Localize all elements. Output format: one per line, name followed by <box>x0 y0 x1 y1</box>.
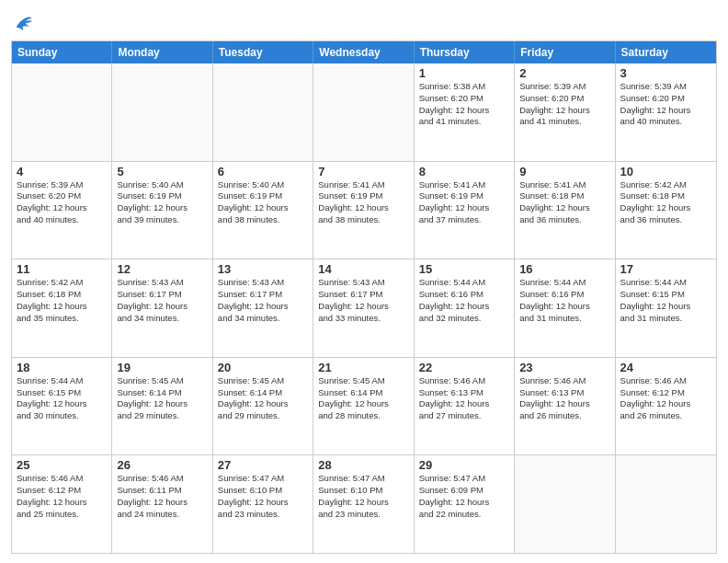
day-number: 9 <box>519 165 609 178</box>
calendar: SundayMondayTuesdayWednesdayThursdayFrid… <box>11 40 717 554</box>
calendar-cell <box>12 63 112 161</box>
calendar-cell: 18Sunrise: 5:44 AM Sunset: 6:15 PM Dayli… <box>12 358 112 455</box>
calendar-cell <box>213 63 313 161</box>
calendar-header-day: Friday <box>515 41 615 63</box>
calendar-cell: 16Sunrise: 5:44 AM Sunset: 6:16 PM Dayli… <box>515 259 615 357</box>
day-number: 24 <box>620 361 711 374</box>
day-number: 8 <box>419 165 509 178</box>
calendar-cell: 5Sunrise: 5:40 AM Sunset: 6:19 PM Daylig… <box>112 162 212 259</box>
calendar-cell: 14Sunrise: 5:43 AM Sunset: 6:17 PM Dayli… <box>313 259 414 357</box>
day-info: Sunrise: 5:46 AM Sunset: 6:11 PM Dayligh… <box>117 473 207 520</box>
calendar-header-day: Tuesday <box>213 41 313 63</box>
calendar-week-row: 4Sunrise: 5:39 AM Sunset: 6:20 PM Daylig… <box>12 162 716 260</box>
calendar-cell: 4Sunrise: 5:39 AM Sunset: 6:20 PM Daylig… <box>12 162 112 259</box>
calendar-body: 1Sunrise: 5:38 AM Sunset: 6:20 PM Daylig… <box>12 63 716 553</box>
day-number: 29 <box>419 458 509 472</box>
day-number: 21 <box>318 361 408 374</box>
calendar-cell: 25Sunrise: 5:46 AM Sunset: 6:12 PM Dayli… <box>12 455 112 553</box>
logo-bird-icon <box>13 13 33 33</box>
day-info: Sunrise: 5:44 AM Sunset: 6:15 PM Dayligh… <box>620 277 711 324</box>
day-info: Sunrise: 5:40 AM Sunset: 6:19 PM Dayligh… <box>218 179 308 226</box>
day-number: 11 <box>17 262 107 276</box>
calendar-cell: 3Sunrise: 5:39 AM Sunset: 6:20 PM Daylig… <box>616 63 716 161</box>
day-info: Sunrise: 5:43 AM Sunset: 6:17 PM Dayligh… <box>318 277 408 324</box>
calendar-cell: 27Sunrise: 5:47 AM Sunset: 6:10 PM Dayli… <box>213 455 313 553</box>
calendar-cell <box>112 63 212 161</box>
calendar-cell: 22Sunrise: 5:46 AM Sunset: 6:13 PM Dayli… <box>415 358 515 455</box>
calendar-cell <box>313 63 414 161</box>
day-info: Sunrise: 5:39 AM Sunset: 6:20 PM Dayligh… <box>519 81 609 128</box>
day-info: Sunrise: 5:41 AM Sunset: 6:19 PM Dayligh… <box>318 179 408 226</box>
calendar-week-row: 11Sunrise: 5:42 AM Sunset: 6:18 PM Dayli… <box>12 259 716 358</box>
calendar-cell <box>515 455 615 553</box>
day-number: 10 <box>620 165 711 178</box>
day-info: Sunrise: 5:46 AM Sunset: 6:12 PM Dayligh… <box>620 375 711 422</box>
day-number: 5 <box>117 165 207 178</box>
calendar-cell: 21Sunrise: 5:45 AM Sunset: 6:14 PM Dayli… <box>313 358 414 455</box>
day-number: 13 <box>218 262 308 276</box>
calendar-cell: 23Sunrise: 5:46 AM Sunset: 6:13 PM Dayli… <box>515 358 615 455</box>
day-number: 23 <box>519 361 609 374</box>
day-info: Sunrise: 5:41 AM Sunset: 6:18 PM Dayligh… <box>519 179 609 226</box>
day-info: Sunrise: 5:39 AM Sunset: 6:20 PM Dayligh… <box>620 81 711 128</box>
calendar-cell: 13Sunrise: 5:43 AM Sunset: 6:17 PM Dayli… <box>213 259 313 357</box>
calendar-cell: 10Sunrise: 5:42 AM Sunset: 6:18 PM Dayli… <box>616 162 716 259</box>
day-info: Sunrise: 5:47 AM Sunset: 6:09 PM Dayligh… <box>419 473 509 520</box>
day-info: Sunrise: 5:42 AM Sunset: 6:18 PM Dayligh… <box>17 277 107 324</box>
day-info: Sunrise: 5:46 AM Sunset: 6:13 PM Dayligh… <box>419 375 509 422</box>
logo <box>11 13 33 33</box>
day-number: 28 <box>318 458 408 472</box>
calendar-header-day: Monday <box>112 41 212 63</box>
day-info: Sunrise: 5:41 AM Sunset: 6:19 PM Dayligh… <box>419 179 509 226</box>
day-info: Sunrise: 5:38 AM Sunset: 6:20 PM Dayligh… <box>419 81 509 128</box>
day-number: 12 <box>117 262 207 276</box>
day-number: 17 <box>620 262 711 276</box>
day-info: Sunrise: 5:45 AM Sunset: 6:14 PM Dayligh… <box>117 375 207 422</box>
calendar-cell: 1Sunrise: 5:38 AM Sunset: 6:20 PM Daylig… <box>415 63 515 161</box>
day-info: Sunrise: 5:44 AM Sunset: 6:16 PM Dayligh… <box>419 277 509 324</box>
calendar-cell: 11Sunrise: 5:42 AM Sunset: 6:18 PM Dayli… <box>12 259 112 357</box>
calendar-cell: 15Sunrise: 5:44 AM Sunset: 6:16 PM Dayli… <box>415 259 515 357</box>
calendar-header-day: Wednesday <box>313 41 414 63</box>
page: SundayMondayTuesdayWednesdayThursdayFrid… <box>0 0 728 563</box>
calendar-week-row: 25Sunrise: 5:46 AM Sunset: 6:12 PM Dayli… <box>12 455 716 553</box>
calendar-header-day: Sunday <box>12 41 112 63</box>
calendar-week-row: 18Sunrise: 5:44 AM Sunset: 6:15 PM Dayli… <box>12 358 716 456</box>
day-number: 26 <box>117 458 207 472</box>
calendar-header-day: Saturday <box>616 41 716 63</box>
day-number: 6 <box>218 165 308 178</box>
day-info: Sunrise: 5:45 AM Sunset: 6:14 PM Dayligh… <box>218 375 308 422</box>
day-number: 14 <box>318 262 408 276</box>
day-number: 7 <box>318 165 408 178</box>
day-number: 16 <box>519 262 609 276</box>
day-number: 3 <box>620 66 711 80</box>
day-info: Sunrise: 5:44 AM Sunset: 6:15 PM Dayligh… <box>17 375 107 422</box>
calendar-week-row: 1Sunrise: 5:38 AM Sunset: 6:20 PM Daylig… <box>12 63 716 162</box>
header <box>11 9 717 33</box>
day-number: 2 <box>519 66 609 80</box>
day-info: Sunrise: 5:44 AM Sunset: 6:16 PM Dayligh… <box>519 277 609 324</box>
calendar-cell: 9Sunrise: 5:41 AM Sunset: 6:18 PM Daylig… <box>515 162 615 259</box>
day-number: 4 <box>17 165 107 178</box>
calendar-cell: 7Sunrise: 5:41 AM Sunset: 6:19 PM Daylig… <box>313 162 414 259</box>
day-info: Sunrise: 5:46 AM Sunset: 6:13 PM Dayligh… <box>519 375 609 422</box>
day-number: 1 <box>419 66 509 80</box>
day-info: Sunrise: 5:39 AM Sunset: 6:20 PM Dayligh… <box>17 179 107 226</box>
calendar-header-day: Thursday <box>415 41 515 63</box>
calendar-cell: 29Sunrise: 5:47 AM Sunset: 6:09 PM Dayli… <box>415 455 515 553</box>
day-info: Sunrise: 5:42 AM Sunset: 6:18 PM Dayligh… <box>620 179 711 226</box>
day-info: Sunrise: 5:45 AM Sunset: 6:14 PM Dayligh… <box>318 375 408 422</box>
day-info: Sunrise: 5:46 AM Sunset: 6:12 PM Dayligh… <box>17 473 107 520</box>
day-number: 25 <box>17 458 107 472</box>
day-number: 27 <box>218 458 308 472</box>
calendar-cell <box>616 455 716 553</box>
calendar-cell: 28Sunrise: 5:47 AM Sunset: 6:10 PM Dayli… <box>313 455 414 553</box>
day-info: Sunrise: 5:47 AM Sunset: 6:10 PM Dayligh… <box>218 473 308 520</box>
calendar-cell: 26Sunrise: 5:46 AM Sunset: 6:11 PM Dayli… <box>112 455 212 553</box>
day-number: 15 <box>419 262 509 276</box>
calendar-cell: 12Sunrise: 5:43 AM Sunset: 6:17 PM Dayli… <box>112 259 212 357</box>
calendar-cell: 2Sunrise: 5:39 AM Sunset: 6:20 PM Daylig… <box>515 63 615 161</box>
calendar-cell: 24Sunrise: 5:46 AM Sunset: 6:12 PM Dayli… <box>616 358 716 455</box>
day-info: Sunrise: 5:43 AM Sunset: 6:17 PM Dayligh… <box>117 277 207 324</box>
day-info: Sunrise: 5:40 AM Sunset: 6:19 PM Dayligh… <box>117 179 207 226</box>
